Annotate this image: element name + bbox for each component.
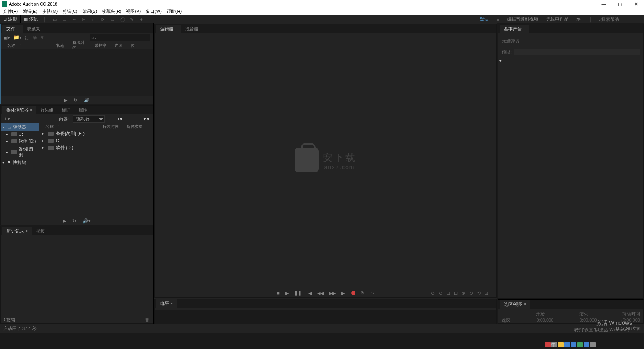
media-up-icon[interactable]: ⬆▾: [4, 116, 10, 122]
col-status[interactable]: 状态: [53, 43, 69, 48]
col-name[interactable]: 名称 ↑: [1, 43, 53, 48]
tool-move[interactable]: ↔: [72, 17, 78, 22]
tool-razor[interactable]: ✂: [82, 17, 88, 22]
tree-drives[interactable]: ▾▭驱动器: [1, 123, 39, 131]
media-play-icon[interactable]: ▶: [63, 218, 66, 224]
back-icon[interactable]: ←: [109, 116, 113, 121]
media-item-backup[interactable]: ▸备份[勿删] (E:): [39, 130, 153, 137]
tab-selview[interactable]: 选区/视图≡: [500, 300, 530, 309]
tool-slip[interactable]: ↕: [91, 17, 98, 22]
tool-spectral[interactable]: ▭: [62, 17, 69, 22]
tool-brush[interactable]: ✎: [130, 17, 136, 22]
cd-icon[interactable]: ◉: [33, 35, 37, 40]
menu-edit[interactable]: 编辑(E): [23, 8, 37, 15]
quickfix-icon[interactable]: ✦: [498, 58, 643, 64]
tab-video[interactable]: 视频: [32, 227, 49, 235]
tree-shortcuts[interactable]: ▾⚑快捷键: [1, 159, 39, 166]
autoplay-icon[interactable]: 🔊: [84, 98, 89, 103]
help-search-input[interactable]: [601, 17, 642, 22]
files-list[interactable]: [1, 49, 153, 96]
next-button[interactable]: ▶|: [341, 291, 346, 296]
zoom-in-v-icon[interactable]: ⊕: [462, 291, 465, 296]
funnel-icon[interactable]: ▼▾: [142, 116, 149, 122]
col-ch[interactable]: 声道: [111, 43, 128, 48]
menu-favorites[interactable]: 收藏夹(R): [102, 8, 121, 15]
tool-hud[interactable]: ▭: [53, 17, 59, 22]
history-body[interactable]: [1, 235, 153, 316]
tree-backup[interactable]: ▸备份[勿删: [1, 145, 39, 159]
tab-favorites[interactable]: 收藏夹: [23, 25, 44, 33]
menu-file[interactable]: 文件(F): [3, 8, 18, 15]
zoom-v-reset-icon[interactable]: ⊡: [485, 291, 488, 296]
zoom-out-v-icon[interactable]: ⊖: [469, 291, 473, 296]
editor-body[interactable]: 安下载 anxz.com: [155, 33, 496, 289]
zoom-in-icon[interactable]: ⊕: [431, 291, 435, 296]
tab-effects[interactable]: 效果组: [36, 106, 58, 114]
tab-props[interactable]: 属性: [74, 106, 91, 114]
filter-icon[interactable]: ▼: [40, 35, 45, 40]
preset-dropdown[interactable]: [514, 49, 640, 55]
mcol-duration[interactable]: 持续时间: [99, 124, 124, 129]
workspace-default[interactable]: 默认: [476, 15, 493, 23]
tab-mixer[interactable]: 混音器: [181, 25, 202, 33]
workspace-edit-video[interactable]: 编辑音频到视频: [503, 15, 542, 23]
tool-heal[interactable]: ✦: [140, 17, 146, 22]
menu-clip[interactable]: 剪辑(C): [62, 8, 77, 15]
waveform-toggle[interactable]: ⊞ 波形: [0, 15, 21, 23]
maximize-button[interactable]: ▢: [612, 2, 628, 7]
tab-essential[interactable]: 基本声音≡: [500, 25, 529, 33]
media-autoplay-icon[interactable]: 🔊▾: [83, 218, 91, 224]
menu-multitrack[interactable]: 多轨(M): [42, 8, 58, 15]
tab-markers[interactable]: 标记: [58, 106, 74, 114]
mcol-name[interactable]: 名称 ↑: [39, 124, 99, 129]
forward-button[interactable]: ▶▶: [329, 291, 336, 296]
loop-icon[interactable]: ↻: [74, 98, 77, 103]
tree-software[interactable]: ▸软件 (D:): [1, 137, 39, 145]
record-button[interactable]: [351, 291, 355, 295]
media-loop-icon[interactable]: ↻: [72, 218, 76, 224]
tab-media[interactable]: 媒体浏览器≡: [2, 106, 36, 114]
media-item-c[interactable]: ▸C:: [39, 137, 153, 144]
zoom-sel-icon[interactable]: ⊞: [454, 291, 458, 296]
pause-button[interactable]: ❚❚: [294, 291, 301, 296]
close-button[interactable]: ✕: [628, 2, 644, 7]
stop-button[interactable]: ■: [277, 291, 280, 295]
files-search[interactable]: ⌕▾: [90, 34, 150, 41]
hud-icon[interactable]: _: [158, 291, 160, 295]
rewind-button[interactable]: ◀◀: [317, 291, 324, 296]
loop-button[interactable]: ↻: [361, 291, 365, 296]
tab-history[interactable]: 历史记录≡: [2, 227, 32, 235]
media-item-software[interactable]: ▸软件 (D:): [39, 144, 153, 152]
zoom-out-icon[interactable]: ⊖: [439, 291, 442, 296]
workspace-more[interactable]: ≫: [572, 16, 585, 23]
workspace-radio[interactable]: 无线电作品: [542, 15, 572, 23]
menu-effects[interactable]: 效果(S): [83, 8, 97, 15]
import-icon[interactable]: ⬚: [25, 35, 29, 40]
help-search[interactable]: ⌕: [596, 17, 644, 22]
play-icon[interactable]: ▶: [64, 98, 67, 103]
col-pos[interactable]: 位: [128, 43, 138, 48]
levels-meter[interactable]: [155, 310, 496, 324]
multitrack-toggle[interactable]: ▦ 多轨: [21, 15, 41, 23]
prev-button[interactable]: |◀: [307, 291, 312, 296]
skip-button[interactable]: ⤳: [370, 291, 374, 296]
open-file-icon[interactable]: 📁▾: [13, 35, 22, 40]
tool-lasso[interactable]: ◯: [120, 17, 127, 22]
zoom-full-icon[interactable]: ⊡: [446, 291, 450, 296]
new-file-icon[interactable]: ▣▾: [3, 35, 10, 40]
menu-help[interactable]: 帮助(H): [167, 8, 182, 15]
tab-levels[interactable]: 电平≡: [156, 299, 177, 308]
zoom-reset-icon[interactable]: ⟲: [477, 291, 481, 296]
play-button[interactable]: ▶: [285, 291, 289, 296]
tree-c[interactable]: ▸C:: [1, 131, 39, 137]
new-folder-icon[interactable]: +▾: [117, 116, 122, 122]
content-dropdown[interactable]: 驱动器: [73, 115, 105, 123]
tool-marquee[interactable]: ▱: [111, 17, 117, 22]
minimize-button[interactable]: —: [596, 2, 612, 6]
media-tree[interactable]: ▾▭驱动器 ▸C: ▸软件 (D:) ▸备份[勿删 ▾⚑快捷键: [1, 123, 39, 217]
mcol-type[interactable]: 媒体类型: [124, 124, 146, 129]
tab-files[interactable]: 文件≡: [2, 25, 23, 33]
col-sr[interactable]: 采样率: [91, 43, 111, 48]
menu-window[interactable]: 窗口(W): [146, 8, 162, 15]
tool-time[interactable]: ⟳: [101, 17, 107, 22]
